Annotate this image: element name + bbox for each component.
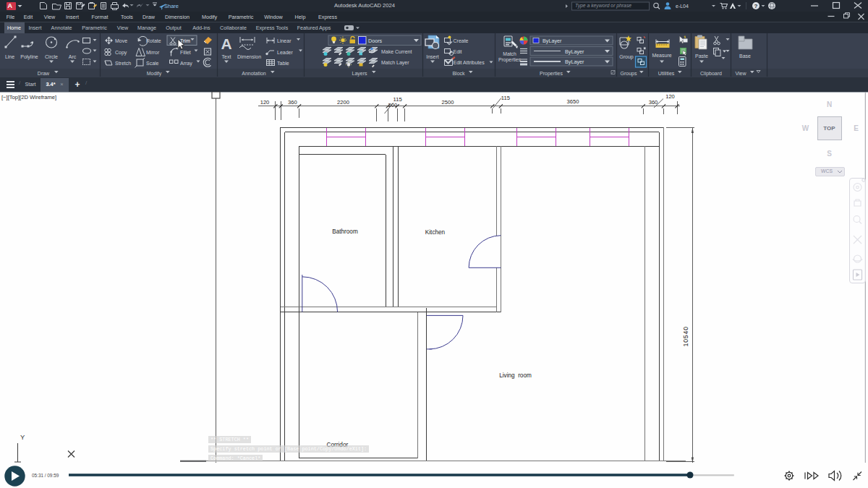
svg-text:2500: 2500 [442,99,454,106]
svg-text:Bathroom: Bathroom [332,228,358,235]
svg-text:3650: 3650 [567,98,579,105]
svg-text:115: 115 [501,95,510,101]
svg-text:Living room: Living room [499,372,532,379]
svg-text:Kitchen: Kitchen [425,229,446,236]
svg-text:10540: 10540 [682,326,689,346]
svg-text:05:31 / 09:59: 05:31 / 09:59 [32,473,59,478]
svg-text:360: 360 [288,99,297,106]
svg-text:2200: 2200 [337,99,349,106]
svg-text:360: 360 [649,99,658,106]
svg-text:?: ? [754,3,758,9]
svg-text:200: 200 [388,102,397,108]
svg-text:120: 120 [260,99,270,106]
svg-text:120: 120 [665,93,675,100]
svg-text:Y: Y [20,433,25,441]
